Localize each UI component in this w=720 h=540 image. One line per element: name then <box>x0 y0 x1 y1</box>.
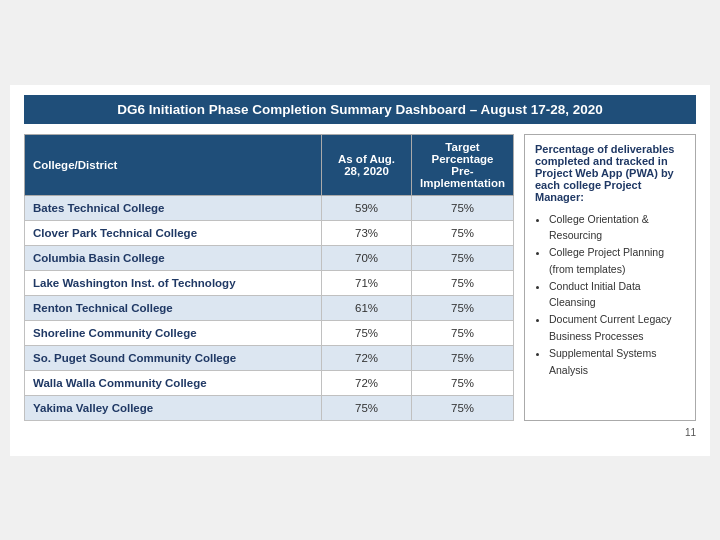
as-of-value: 59% <box>322 195 412 220</box>
summary-table: College/District As of Aug. 28, 2020 Tar… <box>24 134 514 421</box>
target-value: 75% <box>412 220 514 245</box>
table-row: Renton Technical College 61% 75% <box>25 295 514 320</box>
college-name: So. Puget Sound Community College <box>25 345 322 370</box>
college-name: Walla Walla Community College <box>25 370 322 395</box>
col2-header: As of Aug. 28, 2020 <box>322 134 412 195</box>
info-bullet: College Orientation & Resourcing <box>549 211 685 245</box>
target-value: 75% <box>412 195 514 220</box>
as-of-value: 72% <box>322 345 412 370</box>
table-row: Lake Washington Inst. of Technology 71% … <box>25 270 514 295</box>
college-name: Shoreline Community College <box>25 320 322 345</box>
table-row: Yakima Valley College 75% 75% <box>25 395 514 420</box>
as-of-value: 61% <box>322 295 412 320</box>
target-value: 75% <box>412 245 514 270</box>
col3-header: Target Percentage Pre-Implementation <box>412 134 514 195</box>
target-value: 75% <box>412 320 514 345</box>
as-of-value: 75% <box>322 320 412 345</box>
college-name: Lake Washington Inst. of Technology <box>25 270 322 295</box>
college-name: Yakima Valley College <box>25 395 322 420</box>
col1-header: College/District <box>25 134 322 195</box>
table-row: Shoreline Community College 75% 75% <box>25 320 514 345</box>
college-name: Renton Technical College <box>25 295 322 320</box>
target-value: 75% <box>412 370 514 395</box>
table-row: Columbia Basin College 70% 75% <box>25 245 514 270</box>
table-row: So. Puget Sound Community College 72% 75… <box>25 345 514 370</box>
college-name: Clover Park Technical College <box>25 220 322 245</box>
table-row: Walla Walla Community College 72% 75% <box>25 370 514 395</box>
table-section: College/District As of Aug. 28, 2020 Tar… <box>24 134 514 421</box>
info-intro: Percentage of deliverables completed and… <box>535 143 685 203</box>
college-name: Columbia Basin College <box>25 245 322 270</box>
info-bullet: Supplemental Systems Analysis <box>549 345 685 379</box>
target-value: 75% <box>412 270 514 295</box>
slide: DG6 Initiation Phase Completion Summary … <box>10 85 710 456</box>
table-row: Bates Technical College 59% 75% <box>25 195 514 220</box>
as-of-value: 71% <box>322 270 412 295</box>
as-of-value: 72% <box>322 370 412 395</box>
college-name: Bates Technical College <box>25 195 322 220</box>
info-box: Percentage of deliverables completed and… <box>524 134 696 421</box>
slide-title: DG6 Initiation Phase Completion Summary … <box>117 102 603 117</box>
as-of-value: 70% <box>322 245 412 270</box>
page-number: 11 <box>24 427 696 438</box>
target-value: 75% <box>412 395 514 420</box>
table-row: Clover Park Technical College 73% 75% <box>25 220 514 245</box>
target-value: 75% <box>412 295 514 320</box>
content-area: College/District As of Aug. 28, 2020 Tar… <box>24 134 696 421</box>
as-of-value: 73% <box>322 220 412 245</box>
info-bullet: Conduct Initial Data Cleansing <box>549 278 685 312</box>
info-list: College Orientation & ResourcingCollege … <box>549 211 685 379</box>
target-value: 75% <box>412 345 514 370</box>
as-of-value: 75% <box>322 395 412 420</box>
info-bullet: College Project Planning (from templates… <box>549 244 685 278</box>
title-bar: DG6 Initiation Phase Completion Summary … <box>24 95 696 124</box>
info-bullet: Document Current Legacy Business Process… <box>549 311 685 345</box>
